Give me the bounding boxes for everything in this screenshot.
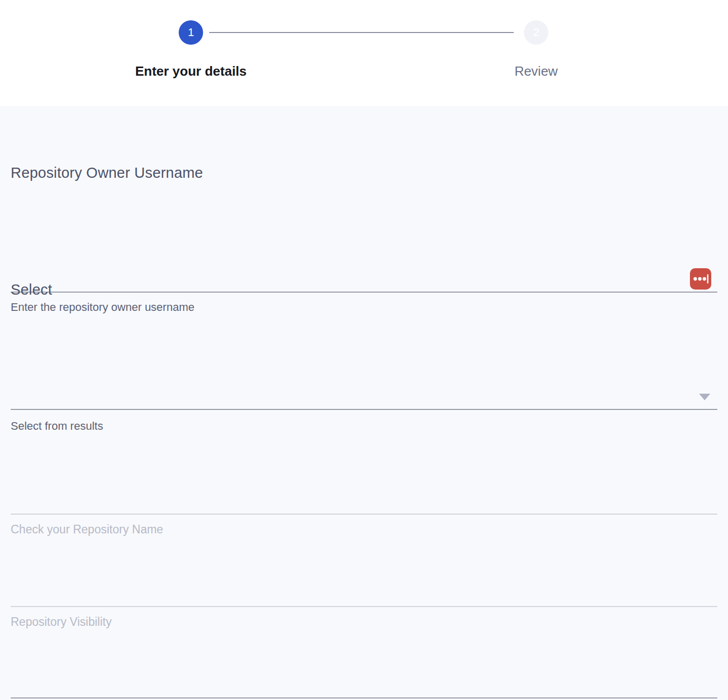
repository-name-helper: Check your Repository Name [11, 523, 163, 536]
repository-visibility-helper: Repository Visibility [11, 615, 112, 629]
chevron-down-icon[interactable] [699, 394, 710, 400]
repository-visibility-input[interactable] [11, 606, 717, 607]
step-2-number: 2 [533, 26, 539, 39]
select-dropdown-underline [11, 409, 717, 410]
details-form: Repository Owner Username Enter the repo… [0, 106, 728, 700]
step-2-label: Review [514, 63, 557, 79]
repository-owner-username-helper: Enter the repository owner username [11, 301, 194, 314]
select-dropdown-helper: Select from results [11, 420, 103, 433]
wizard-stepper: 1 2 Enter your details Review [0, 0, 728, 106]
default-branch-input[interactable] [11, 697, 717, 698]
step-1-label: Enter your details [135, 63, 247, 79]
select-dropdown[interactable]: Select [11, 281, 52, 298]
repository-owner-username-input[interactable]: Repository Owner Username [11, 165, 203, 181]
repository-owner-username-underline [11, 292, 717, 293]
repository-details-wizard: 1 2 Enter your details Review Repository… [0, 0, 728, 700]
step-2-indicator: 2 [524, 20, 548, 45]
step-1-number: 1 [188, 26, 194, 39]
stepper-connector-line [209, 32, 514, 33]
step-1-indicator: 1 [179, 20, 203, 45]
repository-name-input[interactable] [11, 514, 717, 515]
lastpass-autofill-icon[interactable] [690, 268, 711, 290]
